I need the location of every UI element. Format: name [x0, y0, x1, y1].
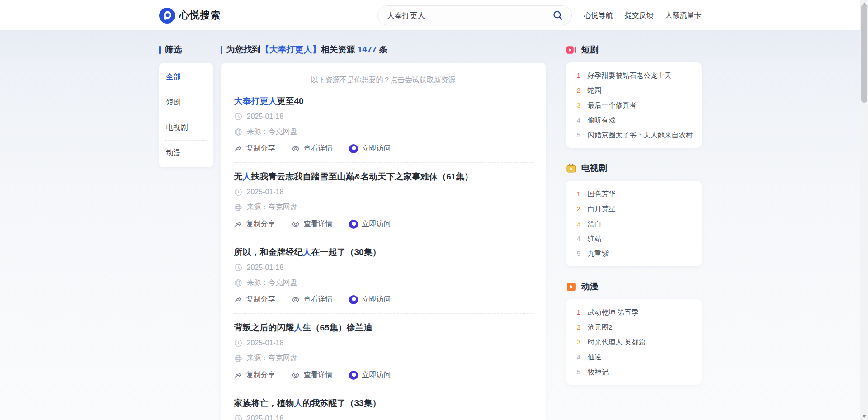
result-divider: [234, 389, 533, 389]
result-title[interactable]: 家族将亡，植物人的我苏醒了（33集）: [234, 398, 533, 408]
visit-now-button[interactable]: 立即访问: [349, 295, 391, 304]
scrollbar-thumb[interactable]: [861, 4, 867, 103]
plain-text: 所以，和金牌经纪: [234, 247, 303, 257]
rank-number: 3: [576, 220, 582, 227]
filter-item-short-drama[interactable]: 短剧: [165, 90, 207, 115]
ranking-list: 1 国色芳华 2 白月梵星 3 漂白 4 驻站 5 九重紫: [566, 181, 702, 266]
result-source: 来源：夸克网盘: [247, 203, 297, 212]
rank-label: 驻站: [588, 235, 602, 242]
ranking-item[interactable]: 5 九重紫: [576, 246, 692, 261]
ranking-item[interactable]: 3 最后一个修真者: [576, 98, 692, 113]
copy-share-button[interactable]: 复制分享: [234, 370, 275, 380]
view-detail-label: 查看详情: [304, 295, 333, 304]
ranking-item[interactable]: 4 偷听有戏: [576, 113, 692, 127]
copy-share-label: 复制分享: [246, 219, 275, 229]
rank-label: 武动乾坤 第五季: [588, 308, 639, 316]
nav-link-data-card[interactable]: 大额流量卡: [665, 11, 702, 20]
ranking-title: 电视剧: [581, 162, 607, 174]
ranking-item[interactable]: 3 漂白: [576, 216, 692, 231]
search-input[interactable]: [387, 11, 552, 20]
clock-icon: [234, 264, 242, 272]
ranking-item[interactable]: 1 国色芳华: [576, 186, 692, 201]
scrollbar[interactable]: [860, 0, 868, 420]
scroll-down-arrow[interactable]: [860, 413, 868, 420]
plain-text: 在一起了（30集）: [311, 247, 381, 257]
ranking-item[interactable]: 4 驻站: [576, 231, 692, 246]
ranking-item[interactable]: 1 武动乾坤 第五季: [576, 305, 692, 320]
ranking-item[interactable]: 5 牧神记: [576, 364, 692, 379]
rank-number: 4: [576, 235, 582, 242]
ranking-list: 1 武动乾坤 第五季 2 沧元图2 3 时光代理人 英都篇 4 仙逆 5 牧神记: [566, 299, 702, 385]
results-card: 以下资源不是你想要的？点击尝试获取新资源 大奉打更人更至40 2025-01-1…: [221, 63, 546, 420]
nav-link-navigation[interactable]: 心悦导航: [584, 11, 613, 20]
result-date: 2025-01-18: [247, 113, 284, 121]
rank-number: 1: [576, 308, 582, 316]
rank-label: 白月梵星: [588, 205, 616, 212]
brand-logo[interactable]: 心悦搜索: [159, 8, 221, 24]
rank-label: 仙逆: [588, 353, 602, 361]
visit-now-button[interactable]: 立即访问: [349, 144, 391, 153]
clock-icon: [234, 339, 242, 347]
view-detail-button[interactable]: 查看详情: [292, 370, 333, 380]
view-detail-label: 查看详情: [304, 370, 333, 380]
globe-icon: [234, 279, 242, 287]
visit-now-label: 立即访问: [362, 144, 391, 153]
results-heading: 为您找到【大奉打更人】相关资源 1477 条: [226, 44, 388, 56]
result-source: 来源：夸克网盘: [247, 127, 297, 137]
result-date: 2025-01-18: [247, 264, 284, 272]
ranking-item[interactable]: 3 时光代理人 英都篇: [576, 335, 692, 349]
result-date: 2025-01-18: [247, 188, 284, 196]
refresh-notice[interactable]: 以下资源不是你想要的？点击尝试获取新资源: [234, 76, 533, 85]
rank-label: 牧神记: [588, 368, 609, 376]
rank-label: 好孕甜妻被钻石老公宠上天: [588, 71, 672, 79]
search-button[interactable]: [552, 9, 564, 22]
results-panel: 为您找到【大奉打更人】相关资源 1477 条 以下资源不是你想要的？点击尝试获取…: [221, 44, 546, 420]
result-title[interactable]: 所以，和金牌经纪人在一起了（30集）: [234, 247, 533, 257]
visit-now-label: 立即访问: [362, 370, 391, 380]
share-icon: [234, 296, 242, 304]
ranking-item[interactable]: 4 仙逆: [576, 349, 692, 364]
ranking-title: 动漫: [581, 281, 599, 293]
filter-item-tv-series[interactable]: 电视剧: [165, 115, 207, 141]
view-detail-button[interactable]: 查看详情: [292, 144, 333, 153]
ranking-item[interactable]: 2 蛇园: [576, 83, 692, 98]
rank-label: 漂白: [588, 220, 602, 227]
eye-icon: [292, 145, 300, 153]
view-detail-button[interactable]: 查看详情: [292, 295, 333, 304]
ranking-item[interactable]: 5 闪婚京圈太子爷：夫人她来自农村: [576, 127, 692, 142]
ranking-item[interactable]: 1 好孕甜妻被钻石老公宠上天: [576, 68, 692, 83]
nav-link-feedback[interactable]: 提交反馈: [625, 11, 654, 20]
clock-icon: [234, 415, 242, 420]
results-list: 大奉打更人更至40 2025-01-18 来源：夸克网盘: [234, 96, 533, 420]
visit-now-button[interactable]: 立即访问: [349, 219, 391, 229]
result-source: 来源：夸克网盘: [247, 278, 297, 288]
result-title[interactable]: 无人扶我青云志我自踏雪至山巅&名动天下之家事难休（61集）: [234, 171, 533, 182]
rank-number: 5: [576, 250, 582, 257]
rank-number: 5: [576, 368, 582, 376]
result-title[interactable]: 大奉打更人更至40: [234, 96, 533, 106]
result-title[interactable]: 背叛之后的闪耀人生（65集）徐兰迪: [234, 322, 533, 333]
filter-item-all[interactable]: 全部: [165, 65, 207, 90]
copy-share-button[interactable]: 复制分享: [234, 219, 275, 229]
highlighted-text: 人: [294, 398, 303, 408]
ranking-item[interactable]: 2 白月梵星: [576, 201, 692, 216]
copy-share-button[interactable]: 复制分享: [234, 295, 275, 304]
result-item: 无人扶我青云志我自踏雪至山巅&名动天下之家事难休（61集） 2025-01-18…: [234, 162, 533, 229]
clock-icon: [234, 188, 242, 196]
rank-number: 3: [576, 338, 582, 346]
header-nav: 心悦导航 提交反馈 大额流量卡: [584, 11, 702, 20]
rank-number: 5: [576, 131, 582, 139]
highlighted-text: 人: [303, 247, 311, 257]
copy-share-button[interactable]: 复制分享: [234, 144, 275, 153]
filter-card: 全部 短剧 电视剧 动漫: [159, 63, 213, 167]
ranking-item[interactable]: 2 沧元图2: [576, 320, 692, 335]
globe-icon: [234, 203, 242, 212]
rank-number: 4: [576, 116, 582, 124]
visit-now-label: 立即访问: [362, 295, 391, 304]
plain-text: 为您找到: [226, 45, 261, 54]
view-detail-button[interactable]: 查看详情: [292, 219, 333, 229]
view-detail-label: 查看详情: [304, 144, 333, 153]
globe-icon: [234, 354, 242, 363]
visit-now-button[interactable]: 立即访问: [349, 370, 391, 380]
filter-item-anime[interactable]: 动漫: [165, 141, 207, 165]
